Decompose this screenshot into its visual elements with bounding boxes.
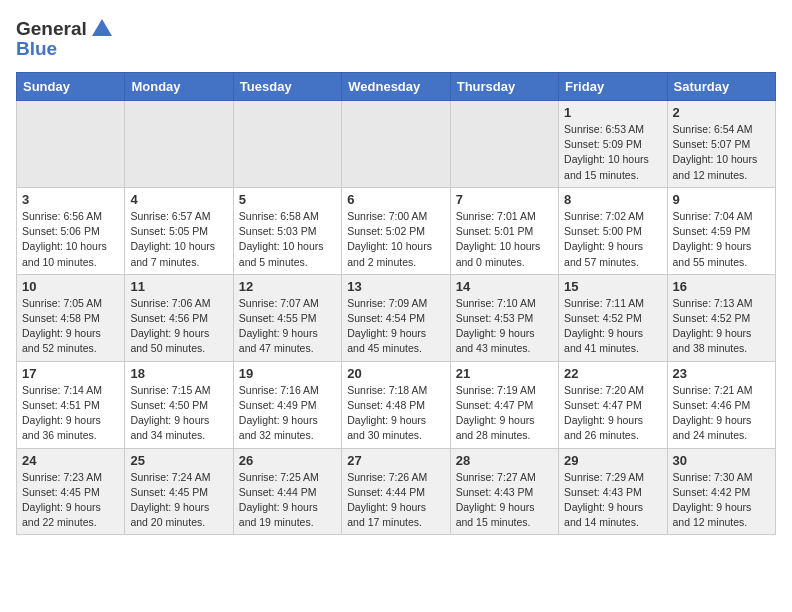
calendar-day-cell: 15Sunrise: 7:11 AM Sunset: 4:52 PM Dayli…: [559, 274, 667, 361]
header: General Blue: [16, 16, 776, 60]
calendar-header-wednesday: Wednesday: [342, 73, 450, 101]
day-number: 16: [673, 279, 770, 294]
calendar-day-cell: [450, 101, 558, 188]
day-number: 28: [456, 453, 553, 468]
day-number: 24: [22, 453, 119, 468]
day-info: Sunrise: 7:01 AM Sunset: 5:01 PM Dayligh…: [456, 209, 553, 270]
calendar-day-cell: 29Sunrise: 7:29 AM Sunset: 4:43 PM Dayli…: [559, 448, 667, 535]
day-info: Sunrise: 7:20 AM Sunset: 4:47 PM Dayligh…: [564, 383, 661, 444]
day-number: 20: [347, 366, 444, 381]
day-number: 18: [130, 366, 227, 381]
calendar-header-saturday: Saturday: [667, 73, 775, 101]
day-info: Sunrise: 7:27 AM Sunset: 4:43 PM Dayligh…: [456, 470, 553, 531]
calendar-week-row: 10Sunrise: 7:05 AM Sunset: 4:58 PM Dayli…: [17, 274, 776, 361]
day-number: 9: [673, 192, 770, 207]
day-info: Sunrise: 7:09 AM Sunset: 4:54 PM Dayligh…: [347, 296, 444, 357]
day-info: Sunrise: 7:26 AM Sunset: 4:44 PM Dayligh…: [347, 470, 444, 531]
day-number: 30: [673, 453, 770, 468]
day-number: 2: [673, 105, 770, 120]
calendar-day-cell: 6Sunrise: 7:00 AM Sunset: 5:02 PM Daylig…: [342, 187, 450, 274]
calendar-day-cell: 28Sunrise: 7:27 AM Sunset: 4:43 PM Dayli…: [450, 448, 558, 535]
calendar-day-cell: 22Sunrise: 7:20 AM Sunset: 4:47 PM Dayli…: [559, 361, 667, 448]
calendar-day-cell: 11Sunrise: 7:06 AM Sunset: 4:56 PM Dayli…: [125, 274, 233, 361]
calendar-day-cell: 10Sunrise: 7:05 AM Sunset: 4:58 PM Dayli…: [17, 274, 125, 361]
svg-marker-1: [92, 19, 112, 36]
day-number: 12: [239, 279, 336, 294]
calendar-header-row: SundayMondayTuesdayWednesdayThursdayFrid…: [17, 73, 776, 101]
day-info: Sunrise: 7:29 AM Sunset: 4:43 PM Dayligh…: [564, 470, 661, 531]
day-number: 26: [239, 453, 336, 468]
calendar-header-sunday: Sunday: [17, 73, 125, 101]
calendar-day-cell: 27Sunrise: 7:26 AM Sunset: 4:44 PM Dayli…: [342, 448, 450, 535]
day-info: Sunrise: 7:10 AM Sunset: 4:53 PM Dayligh…: [456, 296, 553, 357]
day-info: Sunrise: 7:00 AM Sunset: 5:02 PM Dayligh…: [347, 209, 444, 270]
day-number: 13: [347, 279, 444, 294]
day-number: 15: [564, 279, 661, 294]
day-number: 6: [347, 192, 444, 207]
calendar-header-tuesday: Tuesday: [233, 73, 341, 101]
calendar-day-cell: 20Sunrise: 7:18 AM Sunset: 4:48 PM Dayli…: [342, 361, 450, 448]
calendar-day-cell: 24Sunrise: 7:23 AM Sunset: 4:45 PM Dayli…: [17, 448, 125, 535]
calendar-day-cell: 12Sunrise: 7:07 AM Sunset: 4:55 PM Dayli…: [233, 274, 341, 361]
day-number: 14: [456, 279, 553, 294]
calendar-header-thursday: Thursday: [450, 73, 558, 101]
calendar-day-cell: [342, 101, 450, 188]
day-info: Sunrise: 7:04 AM Sunset: 4:59 PM Dayligh…: [673, 209, 770, 270]
day-info: Sunrise: 7:06 AM Sunset: 4:56 PM Dayligh…: [130, 296, 227, 357]
calendar-header-friday: Friday: [559, 73, 667, 101]
calendar-day-cell: 19Sunrise: 7:16 AM Sunset: 4:49 PM Dayli…: [233, 361, 341, 448]
calendar-day-cell: 16Sunrise: 7:13 AM Sunset: 4:52 PM Dayli…: [667, 274, 775, 361]
calendar-day-cell: 23Sunrise: 7:21 AM Sunset: 4:46 PM Dayli…: [667, 361, 775, 448]
calendar-day-cell: [17, 101, 125, 188]
logo-text-blue: Blue: [16, 38, 57, 60]
logo-text-general: General: [16, 18, 87, 40]
day-info: Sunrise: 7:18 AM Sunset: 4:48 PM Dayligh…: [347, 383, 444, 444]
day-number: 3: [22, 192, 119, 207]
day-info: Sunrise: 7:16 AM Sunset: 4:49 PM Dayligh…: [239, 383, 336, 444]
calendar-day-cell: 4Sunrise: 6:57 AM Sunset: 5:05 PM Daylig…: [125, 187, 233, 274]
calendar-day-cell: 13Sunrise: 7:09 AM Sunset: 4:54 PM Dayli…: [342, 274, 450, 361]
day-number: 8: [564, 192, 661, 207]
day-info: Sunrise: 7:07 AM Sunset: 4:55 PM Dayligh…: [239, 296, 336, 357]
calendar-day-cell: 2Sunrise: 6:54 AM Sunset: 5:07 PM Daylig…: [667, 101, 775, 188]
day-number: 1: [564, 105, 661, 120]
day-info: Sunrise: 7:30 AM Sunset: 4:42 PM Dayligh…: [673, 470, 770, 531]
page: General Blue SundayMondayTuesdayWednesda…: [0, 0, 792, 551]
day-number: 7: [456, 192, 553, 207]
calendar-day-cell: 5Sunrise: 6:58 AM Sunset: 5:03 PM Daylig…: [233, 187, 341, 274]
day-info: Sunrise: 7:15 AM Sunset: 4:50 PM Dayligh…: [130, 383, 227, 444]
day-number: 25: [130, 453, 227, 468]
day-info: Sunrise: 7:23 AM Sunset: 4:45 PM Dayligh…: [22, 470, 119, 531]
day-info: Sunrise: 6:54 AM Sunset: 5:07 PM Dayligh…: [673, 122, 770, 183]
day-number: 21: [456, 366, 553, 381]
day-info: Sunrise: 6:58 AM Sunset: 5:03 PM Dayligh…: [239, 209, 336, 270]
day-number: 5: [239, 192, 336, 207]
day-number: 27: [347, 453, 444, 468]
calendar-table: SundayMondayTuesdayWednesdayThursdayFrid…: [16, 72, 776, 535]
day-number: 4: [130, 192, 227, 207]
day-info: Sunrise: 6:56 AM Sunset: 5:06 PM Dayligh…: [22, 209, 119, 270]
day-info: Sunrise: 7:21 AM Sunset: 4:46 PM Dayligh…: [673, 383, 770, 444]
calendar-day-cell: 26Sunrise: 7:25 AM Sunset: 4:44 PM Dayli…: [233, 448, 341, 535]
day-info: Sunrise: 7:19 AM Sunset: 4:47 PM Dayligh…: [456, 383, 553, 444]
calendar-header-monday: Monday: [125, 73, 233, 101]
day-info: Sunrise: 7:25 AM Sunset: 4:44 PM Dayligh…: [239, 470, 336, 531]
calendar-week-row: 24Sunrise: 7:23 AM Sunset: 4:45 PM Dayli…: [17, 448, 776, 535]
calendar-day-cell: 1Sunrise: 6:53 AM Sunset: 5:09 PM Daylig…: [559, 101, 667, 188]
day-info: Sunrise: 7:05 AM Sunset: 4:58 PM Dayligh…: [22, 296, 119, 357]
calendar-day-cell: 21Sunrise: 7:19 AM Sunset: 4:47 PM Dayli…: [450, 361, 558, 448]
day-number: 19: [239, 366, 336, 381]
day-info: Sunrise: 7:11 AM Sunset: 4:52 PM Dayligh…: [564, 296, 661, 357]
day-info: Sunrise: 6:53 AM Sunset: 5:09 PM Dayligh…: [564, 122, 661, 183]
calendar-day-cell: 25Sunrise: 7:24 AM Sunset: 4:45 PM Dayli…: [125, 448, 233, 535]
calendar-day-cell: 14Sunrise: 7:10 AM Sunset: 4:53 PM Dayli…: [450, 274, 558, 361]
day-info: Sunrise: 7:02 AM Sunset: 5:00 PM Dayligh…: [564, 209, 661, 270]
calendar-day-cell: [233, 101, 341, 188]
day-number: 10: [22, 279, 119, 294]
day-number: 23: [673, 366, 770, 381]
calendar-week-row: 3Sunrise: 6:56 AM Sunset: 5:06 PM Daylig…: [17, 187, 776, 274]
day-number: 11: [130, 279, 227, 294]
day-info: Sunrise: 7:14 AM Sunset: 4:51 PM Dayligh…: [22, 383, 119, 444]
day-info: Sunrise: 6:57 AM Sunset: 5:05 PM Dayligh…: [130, 209, 227, 270]
calendar-day-cell: 9Sunrise: 7:04 AM Sunset: 4:59 PM Daylig…: [667, 187, 775, 274]
